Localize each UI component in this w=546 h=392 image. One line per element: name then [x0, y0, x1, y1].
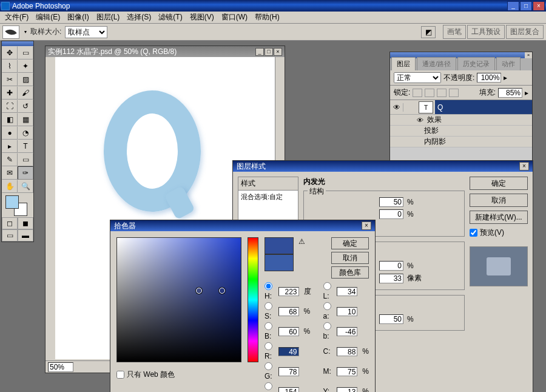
eyedropper-tool[interactable]: ✑ — [18, 166, 33, 180]
G-radio[interactable] — [265, 362, 272, 370]
hue-slider[interactable] — [248, 237, 258, 362]
shape-tool[interactable]: ▭ — [18, 153, 33, 166]
layerstyle-cancel-button[interactable]: 取消 — [470, 194, 528, 207]
layer-style-titlebar[interactable]: 图层样式 × — [233, 161, 533, 172]
a-radio[interactable] — [323, 302, 331, 310]
standard-mode[interactable]: ◻ — [2, 217, 18, 229]
B-radio[interactable] — [265, 382, 272, 390]
hand-tool[interactable]: ✋ — [2, 180, 18, 193]
lasso-tool[interactable]: ⌇ — [2, 59, 18, 73]
minimize-button[interactable]: _ — [507, 1, 519, 11]
R-input[interactable]: 49 — [278, 347, 299, 356]
layer-name[interactable]: Q — [435, 100, 532, 114]
blend-mode-select[interactable]: 正常 — [394, 72, 441, 83]
picker-ok-button[interactable]: 确定 — [331, 237, 369, 249]
tool-preset-button[interactable] — [2, 25, 19, 39]
maximize-button[interactable]: □ — [520, 1, 532, 11]
lock-all-icon[interactable] — [449, 89, 459, 97]
type-tool[interactable]: T — [18, 140, 33, 153]
layer-row[interactable]: 👁 T Q — [390, 100, 532, 115]
b2-input[interactable]: -46 — [337, 327, 357, 336]
struct-field-1[interactable] — [379, 197, 403, 207]
sample-size-select[interactable]: 取样点 — [65, 26, 107, 38]
saturation-value-field[interactable] — [116, 237, 241, 362]
tab-actions[interactable]: 动作 — [496, 57, 521, 70]
document-titlebar[interactable]: 实例112 水晶字.psd @ 50% (Q, RGB/8) _ □ × — [46, 46, 285, 57]
layer-style-close-icon[interactable]: × — [519, 162, 529, 171]
fx-dropshadow[interactable]: 投影 — [390, 126, 532, 137]
visibility-icon[interactable]: 👁 — [390, 103, 403, 112]
screen-mode-1[interactable]: ▭ — [2, 229, 18, 242]
zoom-tool[interactable]: 🔍 — [18, 180, 33, 193]
menu-filter[interactable]: 滤镜(T) — [155, 11, 186, 24]
M-input[interactable]: 75 — [337, 367, 357, 376]
path-tool[interactable]: ▸ — [2, 140, 18, 153]
marquee-tool[interactable]: ▭ — [18, 46, 33, 59]
opacity-arrow-icon[interactable]: ▸ — [504, 73, 507, 82]
quickmask-mode[interactable]: ◼ — [18, 217, 33, 229]
a-input[interactable]: 10 — [337, 307, 357, 316]
blur-tool[interactable]: ● — [2, 126, 18, 140]
style-item-blend[interactable]: 混合选项:自定 — [238, 191, 298, 203]
b2-radio[interactable] — [323, 322, 331, 330]
doc-minimize[interactable]: _ — [255, 48, 264, 56]
fill-arrow-icon[interactable]: ▸ — [525, 89, 528, 97]
toggle-palettes-button[interactable]: ◩ — [421, 26, 436, 38]
wand-tool[interactable]: ✦ — [18, 59, 33, 73]
H-input[interactable]: 223 — [278, 287, 299, 296]
H-radio[interactable] — [265, 282, 272, 290]
zoom-input[interactable]: 50% — [48, 362, 73, 372]
fx-header[interactable]: 👁 效果 — [390, 115, 532, 126]
chevron-down-icon[interactable]: ▾ — [24, 29, 27, 35]
toolbox-header[interactable] — [2, 41, 33, 46]
gamut-warning-icon[interactable]: ⚠ — [298, 237, 307, 246]
history-brush-tool[interactable]: ↺ — [18, 100, 33, 113]
B-input[interactable]: 154 — [278, 387, 299, 393]
healing-tool[interactable]: ✚ — [2, 86, 18, 100]
C-input[interactable]: 88 — [337, 347, 357, 356]
doc-close[interactable]: × — [274, 48, 282, 56]
move-tool[interactable]: ✥ — [2, 46, 18, 59]
notes-tool[interactable]: ✉ — [2, 166, 18, 180]
G-input[interactable]: 78 — [278, 367, 299, 376]
L-radio[interactable] — [323, 282, 331, 290]
dock-tab-layercomps[interactable]: 图层复合 — [506, 25, 544, 39]
choke-input[interactable] — [379, 261, 403, 271]
menu-select[interactable]: 选择(S) — [123, 11, 155, 24]
L-input[interactable]: 34 — [337, 287, 357, 296]
layerstyle-ok-button[interactable]: 确定 — [470, 177, 528, 190]
Bb-radio[interactable] — [265, 322, 272, 330]
crop-tool[interactable]: ✂ — [2, 73, 18, 86]
struct-field-2[interactable] — [379, 209, 403, 219]
lock-transparent-icon[interactable] — [413, 89, 422, 97]
foreground-color[interactable] — [5, 195, 19, 209]
color-picker-close-icon[interactable]: × — [362, 221, 371, 230]
preview-checkbox[interactable] — [470, 229, 477, 237]
menu-image[interactable]: 图像(I) — [64, 11, 92, 24]
current-color-swatch[interactable] — [265, 254, 294, 271]
color-swatches[interactable] — [2, 193, 33, 217]
color-picker-titlebar[interactable]: 拾色器 × — [110, 220, 375, 231]
pen-tool[interactable]: ✎ — [2, 153, 18, 166]
Y-input[interactable]: 13 — [337, 387, 357, 393]
size-input[interactable] — [379, 274, 403, 283]
S-input[interactable]: 68 — [278, 307, 299, 316]
S-radio[interactable] — [265, 302, 272, 310]
dodge-tool[interactable]: ◔ — [18, 126, 33, 140]
range-input[interactable] — [379, 314, 403, 324]
menu-file[interactable]: 文件(F) — [1, 11, 32, 24]
menu-view[interactable]: 视图(V) — [186, 11, 218, 24]
menu-edit[interactable]: 编辑(E) — [32, 11, 64, 24]
lock-position-icon[interactable] — [437, 89, 447, 97]
lock-pixels-icon[interactable] — [425, 89, 434, 97]
gradient-tool[interactable]: ▦ — [18, 113, 33, 126]
picker-library-button[interactable]: 颜色库 — [331, 266, 369, 279]
layerstyle-newstyle-button[interactable]: 新建样式(W)... — [470, 211, 528, 224]
Bb-input[interactable]: 60 — [278, 327, 299, 336]
dock-tab-toolpresets[interactable]: 工具预设 — [467, 25, 505, 39]
R-radio[interactable] — [265, 342, 272, 350]
panel-close-icon[interactable]: × — [525, 52, 532, 58]
dock-tab-brushes[interactable]: 画笔 — [443, 25, 466, 39]
close-button[interactable]: × — [533, 1, 545, 11]
stamp-tool[interactable]: ⛶ — [2, 100, 18, 113]
